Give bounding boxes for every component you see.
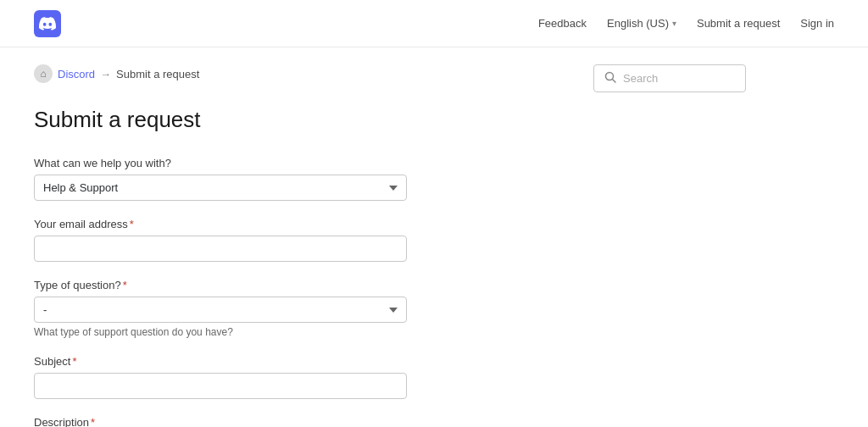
email-group: Your email address*: [34, 218, 542, 262]
breadcrumb-arrow: →: [100, 68, 111, 80]
language-label: English (US): [607, 17, 669, 30]
site-header: Feedback English (US) ▾ Submit a request…: [0, 0, 868, 47]
description-group: Description*: [34, 416, 542, 427]
search-input[interactable]: [623, 72, 735, 85]
header-nav: Feedback English (US) ▾ Submit a request…: [538, 17, 834, 30]
sidebar-area: [542, 47, 780, 427]
help-type-group: What can we help you with? Help & Suppor…: [34, 157, 542, 201]
home-glyph: ⌂: [40, 68, 46, 80]
question-type-select[interactable]: - Account Login Payment Other: [34, 297, 407, 323]
email-required-star: *: [130, 218, 134, 230]
help-type-label: What can we help you with?: [34, 157, 542, 169]
discord-logo-icon: [34, 10, 61, 37]
submit-request-link[interactable]: Submit a request: [697, 17, 780, 30]
main-container: ⌂ Discord → Submit a request Submit a re…: [0, 47, 868, 427]
question-type-required-star: *: [123, 279, 127, 291]
description-label: Description*: [34, 416, 542, 427]
content-area: ⌂ Discord → Submit a request Submit a re…: [34, 47, 542, 427]
subject-label: Subject*: [34, 355, 542, 368]
page-title: Submit a request: [34, 107, 542, 133]
question-type-group: Type of question?* - Account Login Payme…: [34, 279, 542, 338]
subject-required-star: *: [72, 355, 76, 368]
logo-container: [34, 10, 61, 37]
breadcrumb-current: Submit a request: [116, 68, 199, 80]
subject-group: Subject*: [34, 355, 542, 399]
language-selector[interactable]: English (US) ▾: [607, 17, 676, 30]
search-icon: [604, 71, 616, 86]
svg-line-1: [613, 80, 616, 83]
help-type-select[interactable]: Help & Support Billing Trust & Safety Ot…: [34, 175, 407, 201]
feedback-link[interactable]: Feedback: [538, 17, 587, 30]
search-box: [593, 64, 746, 92]
submit-request-form: What can we help you with? Help & Suppor…: [34, 157, 542, 427]
subject-input[interactable]: [34, 373, 407, 399]
question-type-hint: What type of support question do you hav…: [34, 326, 542, 338]
email-input[interactable]: [34, 236, 407, 262]
question-type-label: Type of question?*: [34, 279, 542, 291]
breadcrumb-discord-link[interactable]: Discord: [58, 68, 95, 80]
breadcrumb: ⌂ Discord → Submit a request: [34, 64, 542, 83]
email-label: Your email address*: [34, 218, 542, 230]
sign-in-link[interactable]: Sign in: [800, 17, 834, 30]
chevron-down-icon: ▾: [672, 19, 676, 28]
home-icon: ⌂: [34, 64, 53, 83]
description-required-star: *: [91, 416, 95, 427]
